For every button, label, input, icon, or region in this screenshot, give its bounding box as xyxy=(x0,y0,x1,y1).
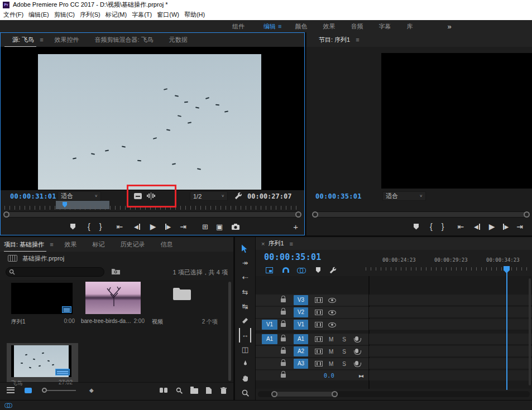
solo-button[interactable]: S xyxy=(342,336,346,343)
sync-lock-icon[interactable] xyxy=(315,349,323,354)
track-target-a1[interactable]: A1 xyxy=(294,334,308,344)
play-button[interactable]: ▶ xyxy=(150,222,156,231)
panel-menu-icon[interactable]: ≡ xyxy=(40,36,43,43)
lock-icon[interactable] xyxy=(281,362,286,366)
track-target-v2[interactable]: V2 xyxy=(294,307,308,317)
program-zoom-scrollbar[interactable] xyxy=(312,211,530,218)
goto-in-button[interactable]: ⇤ xyxy=(457,222,464,231)
menu-item-clip[interactable]: 剪辑(C) xyxy=(54,11,75,19)
project-scrollbar[interactable] xyxy=(228,282,231,381)
clear-trash-button[interactable] xyxy=(221,387,227,394)
program-zoom-select[interactable]: 适合 ∨ xyxy=(382,191,426,201)
lock-icon[interactable] xyxy=(281,374,286,378)
menu-item-titles[interactable]: 字幕(T) xyxy=(132,11,152,19)
track-lane[interactable] xyxy=(369,307,532,318)
source-zoom-select[interactable]: 适合 ∨ xyxy=(57,191,101,201)
pen-tool[interactable] xyxy=(235,357,255,372)
menu-item-edit[interactable]: 编辑(E) xyxy=(28,11,49,19)
new-item-button[interactable] xyxy=(206,387,212,394)
track-output-eye-icon[interactable] xyxy=(328,298,336,303)
menu-item-sequence[interactable]: 序列(S) xyxy=(80,11,100,19)
sync-lock-icon[interactable] xyxy=(315,336,323,342)
tab-markers[interactable]: 标记 xyxy=(85,237,113,252)
workspace-tab-assembly[interactable]: 组件 xyxy=(222,22,255,31)
workspace-menu-icon[interactable]: ≡ xyxy=(278,23,287,30)
tab-program-sequence[interactable]: 节目: 序列1 xyxy=(311,32,352,47)
search-bin-icon[interactable] xyxy=(112,268,120,274)
list-view-button[interactable] xyxy=(7,387,15,393)
menu-item-help[interactable]: 帮助(H) xyxy=(184,11,205,19)
mute-button[interactable]: M xyxy=(329,361,333,367)
play-button[interactable]: ▶ xyxy=(489,222,495,231)
source-timecode[interactable]: 00:00:31:01 xyxy=(10,192,56,200)
mark-in-button[interactable]: { xyxy=(88,222,90,231)
insert-button[interactable]: ⊞ xyxy=(202,223,208,231)
step-back-button[interactable]: ◀ xyxy=(134,224,140,230)
voiceover-mic-icon[interactable] xyxy=(355,349,358,353)
mark-out-button[interactable]: } xyxy=(442,222,444,231)
track-lane[interactable] xyxy=(369,346,532,357)
step-forward-button[interactable]: ▶ xyxy=(503,224,509,230)
hand-tool[interactable] xyxy=(235,371,255,385)
tab-project[interactable]: 项目: 基础操作 xyxy=(4,237,46,252)
add-marker-button[interactable] xyxy=(414,224,419,230)
lock-icon[interactable] xyxy=(281,337,286,341)
slip-tool[interactable]: ↔ xyxy=(239,328,251,343)
step-back-button[interactable]: ◀ xyxy=(474,224,480,230)
workspace-tab-effects[interactable]: 效果 xyxy=(315,22,343,31)
source-patch-v1[interactable]: V1 xyxy=(262,320,277,330)
mark-out-button[interactable]: } xyxy=(99,222,102,231)
panel-menu-icon[interactable]: ≡ xyxy=(50,241,53,248)
track-target-a2[interactable]: A2 xyxy=(294,346,308,356)
timeline-zoom-scrollbar[interactable] xyxy=(258,391,530,397)
find-button[interactable] xyxy=(176,387,183,394)
keyframe-bowtie-icon[interactable]: ▸◂ xyxy=(359,373,362,379)
sync-lock-icon[interactable] xyxy=(315,297,323,303)
program-timecode[interactable]: 00:00:35:01 xyxy=(315,192,362,200)
timeline-playhead-line[interactable] xyxy=(506,272,507,390)
mark-in-button[interactable]: { xyxy=(430,222,433,231)
tab-history[interactable]: 历史记录 xyxy=(113,237,153,252)
timeline-settings-wrench-icon[interactable] xyxy=(329,267,337,274)
track-target-v1[interactable]: V1 xyxy=(294,320,308,330)
track-lane[interactable] xyxy=(369,334,532,345)
track-lane[interactable] xyxy=(369,295,532,306)
track-lane[interactable] xyxy=(369,319,532,330)
project-item-image[interactable]: bare-tree-birds-dawn-... 2:00 xyxy=(80,281,147,327)
tab-info[interactable]: 信息 xyxy=(153,237,181,252)
goto-out-button[interactable]: ⇥ xyxy=(516,222,523,231)
insert-nest-toggle-icon[interactable] xyxy=(266,267,273,273)
lock-icon[interactable] xyxy=(281,311,286,315)
workspace-tab-editing[interactable]: 编辑 xyxy=(255,22,278,31)
goto-out-button[interactable]: ⇥ xyxy=(180,222,186,231)
linked-selection-icon[interactable] xyxy=(297,268,306,273)
project-item-sequence[interactable]: 序列1 0:00 xyxy=(7,281,78,327)
selection-tool[interactable] xyxy=(235,242,255,256)
voiceover-mic-icon[interactable] xyxy=(355,361,358,365)
tab-timeline-sequence[interactable]: 序列1 xyxy=(265,237,286,250)
rate-stretch-tool[interactable]: ↹ xyxy=(235,299,255,313)
panel-menu-icon[interactable]: ≡ xyxy=(356,36,359,43)
rolling-edit-tool[interactable]: ⇆ xyxy=(235,284,255,299)
icon-view-button[interactable] xyxy=(25,388,32,393)
overwrite-button[interactable]: ▣ xyxy=(216,223,223,231)
zoom-tool[interactable] xyxy=(235,385,255,400)
lock-icon[interactable] xyxy=(281,350,286,354)
source-patch-a1[interactable]: A1 xyxy=(262,334,277,344)
voiceover-mic-icon[interactable] xyxy=(355,336,358,341)
mute-button[interactable]: M xyxy=(329,349,333,355)
workspace-tab-libraries[interactable]: 库 xyxy=(399,22,420,31)
lock-icon[interactable] xyxy=(281,323,286,327)
playback-resolution-select[interactable]: 1/2 ∨ xyxy=(190,191,228,201)
tab-metadata[interactable]: 元数据 xyxy=(161,32,195,47)
menu-item-window[interactable]: 窗口(W) xyxy=(157,11,179,19)
tab-audio-clip-mixer[interactable]: 音频剪辑混合器: 飞鸟 xyxy=(87,32,161,47)
project-item-clip-selected[interactable]: 飞鸟 27:02 xyxy=(7,343,78,382)
slide-tool[interactable]: ◫ xyxy=(235,343,255,357)
workspace-overflow-icon[interactable]: » xyxy=(420,22,451,31)
project-item-bin[interactable]: 视频 2 个项 xyxy=(148,281,220,327)
track-target-v3[interactable]: V3 xyxy=(294,295,308,305)
snap-toggle-icon[interactable] xyxy=(282,267,289,273)
workspace-tab-audio[interactable]: 音频 xyxy=(343,22,371,31)
menu-item-file[interactable]: 文件(F) xyxy=(3,11,23,19)
